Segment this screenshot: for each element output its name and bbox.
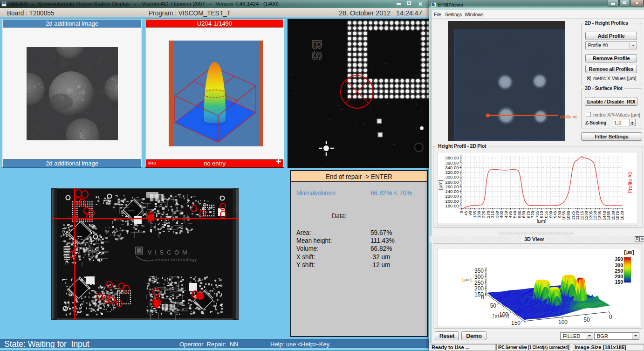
svg-text:[µm]: [µm] [438,180,443,190]
svg-text:0: 0 [481,294,484,301]
svg-text:200: 200 [474,285,484,292]
svg-text:[µm]: [µm] [537,218,547,224]
svg-text:630: 630 [521,211,526,218]
svg-text:1575: 1575 [615,211,620,220]
svg-text:VISCOM: VISCOM [86,251,95,253]
svg-text:810: 810 [539,211,544,218]
svg-text:BS: BS [309,40,325,62]
svg-text:585: 585 [517,211,522,218]
svg-text:1485: 1485 [606,211,611,220]
svg-text:350: 350 [474,268,484,274]
svg-text:1035: 1035 [562,211,566,220]
svg-text:1170: 1170 [575,211,580,220]
svg-text:675: 675 [526,211,531,218]
svg-text:280.00: 280.00 [445,179,459,185]
svg-text:320.00: 320.00 [445,170,459,175]
svg-text:315: 315 [490,211,495,218]
svg-text:900: 900 [548,211,553,218]
svg-text:[µm]: [µm] [623,250,635,255]
svg-text:1350: 1350 [593,211,597,220]
svg-text:450: 450 [504,211,508,218]
svg-text:250: 250 [474,280,484,286]
svg-text:540: 540 [513,211,517,218]
svg-text:50: 50 [583,317,590,323]
svg-text:1305: 1305 [589,211,593,220]
svg-text:200: 200 [615,274,623,279]
svg-text:720: 720 [530,211,535,218]
svg-text:0: 0 [609,314,612,320]
svg-text:VISCOM: VISCOM [148,249,190,256]
svg-text:135: 135 [473,211,477,218]
svg-text:180.00: 180.00 [445,203,459,208]
svg-text:1080: 1080 [566,211,571,220]
svg-text:260.00: 260.00 [445,184,459,189]
svg-text:100: 100 [558,319,568,325]
svg-text:0: 0 [459,211,464,213]
svg-text:1620: 1620 [620,211,624,220]
svg-text:vision technology: vision technology [155,257,197,262]
svg-text:1440: 1440 [602,211,607,220]
svg-text:1530: 1530 [611,211,616,220]
svg-text:945: 945 [553,211,557,218]
svg-text:1260: 1260 [584,211,589,220]
svg-text:360.00: 360.00 [445,160,459,165]
svg-text:495: 495 [508,211,513,218]
svg-text:180: 180 [477,211,481,218]
svg-text:855: 855 [544,211,548,218]
svg-text:1215: 1215 [580,211,584,220]
svg-text:405: 405 [499,211,504,218]
svg-text:150: 150 [511,320,521,326]
svg-text:220.00: 220.00 [445,193,459,199]
svg-text:[pixel]: [pixel] [492,314,510,319]
svg-text:45: 45 [464,211,468,216]
svg-text:225: 225 [481,211,486,218]
svg-text:270: 270 [486,211,491,218]
svg-text:200.00: 200.00 [445,199,459,204]
svg-text:1125: 1125 [571,211,575,220]
svg-text:240.00: 240.00 [445,189,459,194]
svg-text:250: 250 [615,268,623,274]
svg-text:990: 990 [557,211,562,218]
svg-text:[µm]: [µm] [462,278,472,282]
svg-text:BS: BS [235,207,238,210]
svg-text:380.00: 380.00 [445,155,459,160]
svg-text:300.00: 300.00 [445,174,459,179]
svg-text:150: 150 [615,279,623,285]
svg-text:1395: 1395 [597,211,602,220]
svg-text:340.00: 340.00 [445,165,459,170]
svg-text:300: 300 [615,262,623,268]
svg-text:300: 300 [474,274,484,280]
svg-text:50: 50 [490,303,497,309]
svg-text:350: 350 [615,256,623,262]
svg-text:765: 765 [535,211,540,218]
svg-text:360: 360 [495,211,500,218]
svg-text:90: 90 [468,211,473,216]
